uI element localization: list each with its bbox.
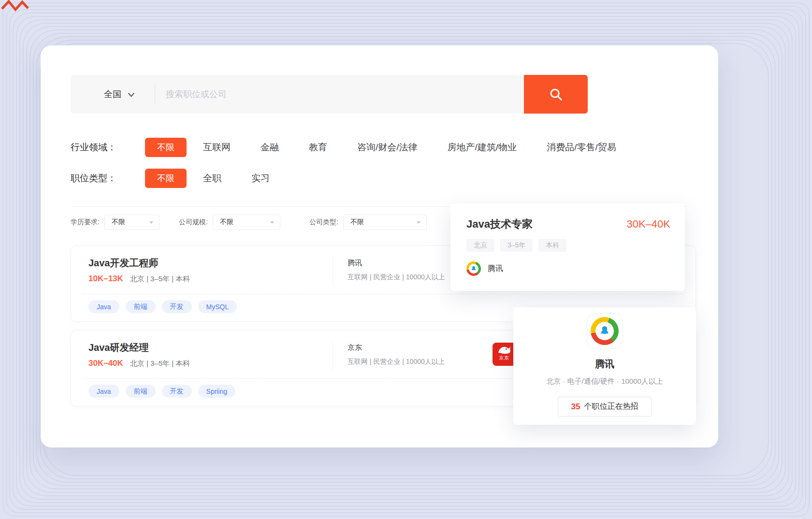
job-tag[interactable]: 开发 — [162, 385, 192, 398]
hot-jobs-button[interactable]: 35 个职位正在热招 — [558, 397, 652, 417]
card-dashed-divider — [83, 294, 684, 294]
job-tag[interactable]: MySQL — [198, 300, 237, 313]
job-tag[interactable]: Java — [88, 385, 119, 398]
dropdown-company-type-select[interactable]: 不限 — [343, 215, 427, 230]
tag-row: Java 前端 开发 MySQL — [88, 300, 237, 313]
popup-job-title: Java技术专家 — [466, 217, 533, 231]
industry-option[interactable]: 咨询/财会/法律 — [357, 141, 418, 154]
job-salary: 30K–40K — [88, 359, 123, 368]
popup-job-salary: 30K–40K — [626, 218, 670, 231]
tag-row: Java 前端 开发 Spriing — [88, 385, 235, 398]
popup-tag: 3–5年 — [500, 239, 533, 252]
job-salary: 10K–13K — [88, 274, 123, 284]
job-tag[interactable]: Java — [88, 300, 119, 313]
industry-chip-unlimited[interactable]: 不限 — [145, 138, 187, 157]
industry-option[interactable]: 消费品/零售/贸易 — [547, 141, 616, 154]
company-logo-box — [587, 313, 623, 349]
page: 全国 行业领域： 不限 互联网 金融 教育 咨询/财会/法律 房地产/建筑/物业 — [0, 0, 812, 519]
jobtype-chip-unlimited[interactable]: 不限 — [145, 169, 187, 188]
industry-option[interactable]: 教育 — [309, 141, 327, 154]
dropdown-company-size-label: 公司规模: — [179, 218, 208, 227]
popup-company-row: 腾讯 — [466, 261, 670, 276]
job-title: Java开发工程师 — [88, 257, 159, 270]
caret-down-icon — [270, 221, 274, 224]
jobtype-option[interactable]: 实习 — [251, 172, 270, 185]
industry-option[interactable]: 互联网 — [203, 141, 231, 154]
jobtype-option[interactable]: 全职 — [203, 172, 221, 185]
job-tag[interactable]: Spriing — [198, 385, 236, 398]
region-label: 全国 — [104, 88, 121, 100]
company-name: 腾讯 — [348, 259, 362, 268]
job-tag[interactable]: 前端 — [126, 385, 156, 398]
filter-label-jobtype: 职位类型： — [71, 172, 145, 185]
dropdown-education: 学历要求: 不限 — [71, 215, 160, 230]
filter-label-industry: 行业领域： — [71, 141, 145, 154]
company-popup-name: 腾讯 — [513, 358, 696, 371]
dropdown-company-size-value: 不限 — [220, 218, 233, 227]
dropdown-education-select[interactable]: 不限 — [104, 215, 160, 230]
job-tag[interactable]: 开发 — [162, 300, 192, 313]
region-selector[interactable]: 全国 — [71, 88, 134, 100]
search-bar: 全国 — [71, 75, 588, 114]
hot-jobs-label: 个职位正在热招 — [584, 402, 638, 412]
search-button[interactable] — [524, 75, 588, 114]
company-name: 京东 — [348, 343, 362, 352]
search-box: 全国 — [71, 75, 524, 114]
qq-logo-icon — [466, 261, 481, 276]
popup-tag: 本科 — [538, 239, 566, 252]
industry-option[interactable]: 金融 — [261, 141, 279, 154]
job-title: Java研发经理 — [88, 341, 149, 354]
filter-row-jobtype: 职位类型： 不限 全职 实习 — [71, 169, 300, 188]
card-divider — [333, 342, 333, 370]
popup-company-name: 腾讯 — [488, 264, 503, 274]
filter-row-industry: 行业领域： 不限 互联网 金融 教育 咨询/财会/法律 房地产/建筑/物业 消费… — [71, 138, 646, 157]
card-divider — [333, 258, 333, 286]
popup-tag: 北京 — [466, 239, 494, 252]
job-tag[interactable]: 前端 — [126, 300, 156, 313]
company-meta: 互联网 | 民营企业 | 10000人以上 — [348, 273, 445, 282]
industry-option[interactable]: 房地产/建筑/物业 — [448, 141, 517, 154]
job-meta: 北京 | 3–5年 | 本科 — [130, 274, 190, 284]
job-detail-popup[interactable]: Java技术专家 30K–40K 北京 3–5年 本科 腾讯 — [450, 203, 685, 291]
popup-tag-row: 北京 3–5年 本科 — [466, 239, 670, 252]
search-icon — [549, 87, 563, 101]
caret-down-icon — [417, 221, 420, 224]
jd-logo: 京东 — [493, 343, 516, 366]
job-meta: 北京 | 3–5年 | 本科 — [130, 359, 190, 368]
dropdown-company-type-value: 不限 — [350, 218, 364, 227]
jd-logo-text: 京东 — [499, 356, 509, 360]
qq-logo-icon — [591, 317, 619, 345]
chevron-down-icon — [128, 93, 134, 97]
dropdown-company-size: 公司规模: 不限 — [179, 215, 280, 230]
hot-jobs-count: 35 — [571, 402, 580, 412]
company-popup-meta: 北京 · 电子/通信/硬件 · 10000人以上 — [513, 377, 696, 386]
search-input[interactable] — [155, 75, 524, 114]
caret-down-icon — [149, 221, 153, 224]
company-popup[interactable]: 腾讯 北京 · 电子/通信/硬件 · 10000人以上 35 个职位正在热招 — [513, 307, 696, 425]
dropdown-company-type: 公司类型: 不限 — [309, 215, 427, 230]
dropdown-education-label: 学历要求: — [71, 218, 100, 227]
dropdown-education-value: 不限 — [112, 218, 125, 227]
dropdown-company-type-label: 公司类型: — [309, 218, 338, 227]
dropdown-company-size-select[interactable]: 不限 — [213, 215, 280, 230]
jd-mascot-icon — [495, 344, 513, 356]
company-meta: 互联网 | 民营企业 | 10000人以上 — [348, 358, 445, 366]
